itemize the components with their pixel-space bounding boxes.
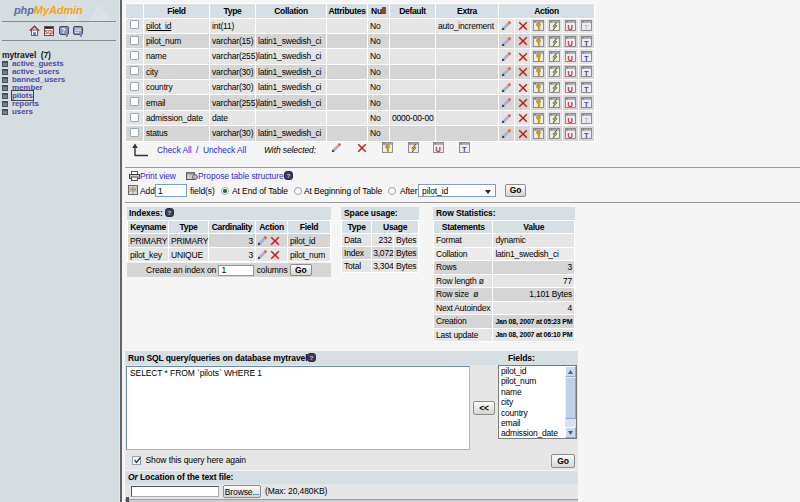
svg-text:U: U [568,100,573,108]
svg-text:T: T [584,131,589,139]
svg-text:T: T [584,84,589,92]
svg-text:?: ? [168,209,172,216]
svg-text:T: T [584,54,589,62]
svg-text:T: T [584,69,589,77]
svg-text:?: ? [310,353,314,360]
svg-text:T: T [584,100,589,108]
svg-text:U: U [436,145,441,153]
svg-text:?: ? [287,172,291,179]
svg-text:U: U [568,54,573,62]
svg-text:SQL: SQL [45,30,54,35]
svg-text:T: T [462,145,467,153]
svg-text:U: U [568,115,573,123]
svg-text:U: U [568,23,573,31]
svg-text:T: T [584,23,589,31]
svg-text:T: T [584,38,589,46]
svg-text:U: U [568,131,573,139]
svg-text:T: T [584,115,589,123]
svg-text:U: U [568,69,573,77]
svg-text:?: ? [62,27,66,34]
svg-text:U: U [568,38,573,46]
svg-text:U: U [568,84,573,92]
